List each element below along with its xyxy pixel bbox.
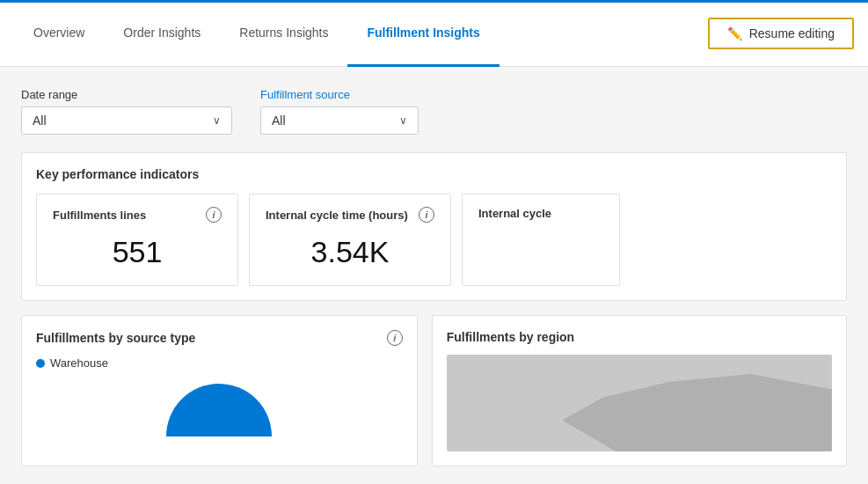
chevron-down-icon: ∨ <box>213 114 221 127</box>
kpi-section-title: Key performance indicators <box>36 167 832 181</box>
info-icon-source-chart[interactable]: i <box>387 330 403 346</box>
legend-dot-warehouse <box>36 359 45 368</box>
kpi-card-header-2: Internal cycle time (hours) i <box>266 207 434 223</box>
pencil-icon: ✏️ <box>727 26 742 40</box>
source-legend-warehouse: Warehouse <box>36 356 403 370</box>
kpi-card-header-1: Fulfillments lines i <box>53 207 222 223</box>
pie-chart-visual <box>166 384 272 436</box>
kpi-card-cycle-time: Internal cycle time (hours) i 3.54K <box>249 194 451 286</box>
chart-source-title: Fulfillments by source type <box>36 331 195 345</box>
resume-editing-button[interactable]: ✏️ Resume editing <box>708 18 854 49</box>
bottom-charts-row: Fulfillments by source type i Warehouse … <box>21 315 847 466</box>
kpi-card-value-2: 3.54K <box>266 231 434 273</box>
chart-card-region: Fulfillments by region <box>432 315 847 466</box>
map-shape-visual <box>562 374 832 451</box>
fulfillment-source-filter: Fulfillment source All ∨ <box>260 88 419 135</box>
tab-fulfillment-insights[interactable]: Fulfillment Insights <box>347 0 499 67</box>
date-range-filter: Date range All ∨ <box>21 88 232 135</box>
map-visualization <box>447 355 832 451</box>
kpi-card-title-2: Internal cycle time (hours) <box>266 209 408 222</box>
date-range-label: Date range <box>21 88 232 101</box>
kpi-card-header-3: Internal cycle <box>478 207 603 220</box>
kpi-card-title-3: Internal cycle <box>478 207 551 220</box>
pie-chart-area <box>36 377 403 436</box>
fulfillment-source-select[interactable]: All ∨ <box>260 106 419 135</box>
info-icon-2[interactable]: i <box>419 207 434 223</box>
chart-region-title: Fulfillments by region <box>447 330 574 344</box>
tab-order-insights[interactable]: Order Insights <box>104 0 220 67</box>
top-nav: Overview Order Insights Returns Insights… <box>0 0 868 67</box>
date-range-select[interactable]: All ∨ <box>21 106 232 135</box>
info-icon-1[interactable]: i <box>206 207 222 223</box>
kpi-card-internal-cycle: Internal cycle <box>462 194 620 286</box>
chart-source-header: Fulfillments by source type i <box>36 330 403 346</box>
tab-returns-insights[interactable]: Returns Insights <box>220 0 347 67</box>
chart-region-header: Fulfillments by region <box>447 330 832 344</box>
chart-card-source-type: Fulfillments by source type i Warehouse <box>21 315 418 466</box>
kpi-card-fulfillment-lines: Fulfillments lines i 551 <box>36 194 238 286</box>
kpi-card-title-1: Fulfillments lines <box>53 209 146 222</box>
fulfillment-source-label: Fulfillment source <box>260 88 419 101</box>
tab-overview[interactable]: Overview <box>14 0 104 67</box>
kpi-section: Key performance indicators Fulfillments … <box>21 152 847 301</box>
kpi-cards-row: Fulfillments lines i 551 Internal cycle … <box>36 194 832 286</box>
filters-row: Date range All ∨ Fulfillment source All … <box>21 88 847 135</box>
kpi-card-value-1: 551 <box>53 231 222 273</box>
chevron-down-icon-2: ∨ <box>399 114 407 127</box>
main-content: Date range All ∨ Fulfillment source All … <box>0 67 868 466</box>
